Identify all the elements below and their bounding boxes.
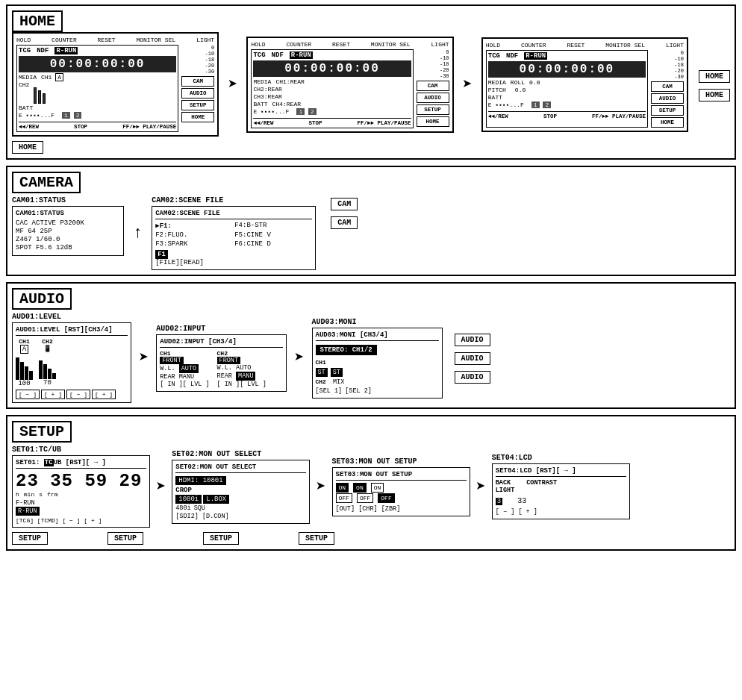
counter-btn-2[interactable]: COUNTER (286, 41, 311, 48)
counter-btn-1[interactable]: COUNTER (52, 37, 77, 43)
ch1-plus-btn[interactable]: [ + ] (41, 390, 65, 399)
ff-btn-3[interactable]: FF/►► PLAY/PAUSE (592, 113, 646, 119)
ch1-minus-btn[interactable]: [ − ] (16, 390, 40, 399)
setup-btn-2[interactable]: SETUP (417, 104, 449, 115)
file-f5[interactable]: F5:CINE V (234, 231, 312, 239)
cam-btn-1[interactable]: CAM (181, 76, 214, 87)
set03-wrapper: SET03:MON OUT SETUP SET03:MON OUT SETUP … (332, 457, 470, 516)
rew-btn-3[interactable]: ◄◄/REW (488, 113, 508, 119)
zbr-btn[interactable]: [ZBR] (381, 505, 401, 513)
file-f6[interactable]: F6:CINE D (234, 240, 312, 248)
minus-btn[interactable]: [ − ] (62, 517, 80, 524)
out-btn[interactable]: [OUT] (336, 505, 355, 513)
counter-btn-3[interactable]: COUNTER (521, 42, 546, 49)
ff-btn-1[interactable]: FF/►► PLAY/PAUSE (122, 124, 176, 130)
cam-buttons-col: CAM CAM (331, 196, 358, 270)
stop-btn-1[interactable]: STOP (74, 124, 87, 130)
480i-opt[interactable]: 480i (175, 504, 190, 512)
file-f4[interactable]: F4:B-STR (234, 222, 312, 230)
1080i-opt[interactable]: 1080i (175, 495, 202, 504)
monsel-btn-1[interactable]: MONITOR SEL (136, 37, 175, 43)
hold-btn-3[interactable]: HOLD (486, 42, 500, 49)
home-label-btn-2[interactable]: HOME (699, 70, 730, 83)
file-f2[interactable]: F2:FLUO. (155, 231, 233, 239)
file-f3[interactable]: F3:SPARK (155, 240, 233, 248)
home-btn-3[interactable]: HOME (651, 117, 684, 128)
aud02-ch2-controls[interactable]: [ IN ][ LVL ] (217, 381, 266, 388)
off1[interactable]: OFF (336, 493, 352, 503)
aud02-ch1-controls[interactable]: [ IN ][ LVL ] (160, 381, 209, 388)
aud02-wrapper: AUD02:INPUT AUD02:INPUT [CH3/4] CH1 FRON… (156, 325, 287, 392)
aud02-outer-title: AUD02:INPUT (156, 325, 287, 333)
audio-btn-3[interactable]: AUDIO (651, 93, 684, 104)
aud02-ch2-rear: REAR MANU (217, 372, 266, 381)
squ-opt[interactable]: SQU (194, 504, 205, 512)
file-f1[interactable]: ▶F1: (155, 222, 233, 230)
aud02-ch2-wl: W.L. AUTO (217, 364, 266, 372)
home-btn-2[interactable]: HOME (417, 116, 449, 127)
on2[interactable]: ON (353, 483, 367, 493)
light-btn-2[interactable]: LIGHT (431, 41, 449, 48)
e-level-3: E ▪▪▪▪...F (488, 101, 524, 108)
reset-btn-2[interactable]: RESET (332, 41, 350, 48)
cam-btn-2[interactable]: CAM (417, 81, 449, 91)
lcd-plus-btn[interactable]: [ + ] (518, 508, 537, 516)
lcd-minus-btn[interactable]: [ − ] (496, 508, 515, 516)
stop-btn-2[interactable]: STOP (308, 120, 322, 126)
sel1-btn[interactable]: [SEL 1] (316, 387, 343, 395)
audio-third-btn[interactable]: AUDIO (455, 371, 490, 384)
on3[interactable]: ON (371, 483, 384, 493)
hold-btn-2[interactable]: HOLD (251, 41, 265, 48)
setup-btn-3[interactable]: SETUP (651, 105, 684, 116)
setup-btn-4[interactable]: SETUP (299, 532, 334, 545)
setup-section: SETUP SET01:TC/UB SET01: TCUB [RST][ → ]… (6, 415, 736, 551)
reset-btn-1[interactable]: RESET (98, 37, 116, 43)
setup-btn-2[interactable]: SETUP (107, 532, 143, 545)
sel2-btn[interactable]: [SEL 2] (345, 387, 372, 395)
audio-btn-2[interactable]: AUDIO (417, 93, 449, 103)
plus-btn[interactable]: [ + ] (84, 517, 102, 524)
ch2-minus-btn[interactable]: [ − ] (66, 390, 90, 399)
monsel-btn-2[interactable]: MONITOR SEL (371, 41, 411, 48)
hold-btn-1[interactable]: HOLD (16, 37, 31, 43)
lbox-opt[interactable]: L.BOX (203, 495, 229, 504)
ch2-label: CH2 (42, 338, 52, 345)
tcg-btn[interactable]: [TCG] (16, 517, 34, 524)
cam-btn-main[interactable]: CAM (331, 198, 358, 210)
cam-btn-secondary[interactable]: CAM (331, 216, 358, 229)
light-btn-1[interactable]: LIGHT (196, 37, 214, 43)
setup-btn-3[interactable]: SETUP (203, 532, 239, 545)
reset-btn-3[interactable]: RESET (567, 42, 584, 49)
aud03-ch2-row: CH2 MIX (316, 378, 439, 386)
light-btn-3[interactable]: LIGHT (666, 42, 684, 49)
chr-btn[interactable]: [CHR] (358, 505, 378, 513)
cam-up-arrow: ↑ (133, 196, 143, 270)
monsel-btn-3[interactable]: MONITOR SEL (605, 42, 645, 49)
on1[interactable]: ON (336, 483, 349, 493)
back-light-label: BACKLIGHT (496, 479, 515, 494)
off3[interactable]: OFF (378, 493, 394, 503)
rew-btn-1[interactable]: ◄◄/REW (19, 124, 39, 130)
dev3-left: TCG NDF R-RUN 00:00:00:00 MEDIA ROLL 0.0… (486, 50, 648, 128)
audio-btn-1[interactable]: AUDIO (181, 88, 214, 99)
audio-main-btn[interactable]: AUDIO (455, 334, 490, 346)
ch2-plus-btn[interactable]: [ + ] (92, 390, 116, 399)
audio-sec-btn[interactable]: AUDIO (455, 352, 490, 365)
home-label-btn-1[interactable]: HOME (12, 141, 43, 154)
file-controls[interactable]: [FILE][READ] (155, 259, 204, 266)
sdi2-opt[interactable]: [SDI2] (175, 513, 199, 520)
min-label: min (24, 491, 34, 498)
setup-btn-1[interactable]: SETUP (181, 100, 214, 110)
batt-label-2: BATT (253, 101, 267, 107)
rew-btn-2[interactable]: ◄◄/REW (253, 120, 273, 126)
setup-btn-main[interactable]: SETUP (12, 532, 48, 545)
ff-btn-2[interactable]: FF/►► PLAY/PAUSE (358, 120, 411, 126)
home-label-btn-3[interactable]: HOME (699, 89, 730, 101)
off2[interactable]: OFF (357, 493, 373, 503)
dcon-opt[interactable]: [D.CON] (202, 513, 229, 520)
cam-btn-3[interactable]: CAM (651, 81, 684, 92)
selected-file: F1 (155, 250, 168, 259)
tcmd-btn[interactable]: [TCMD] (37, 517, 59, 524)
home-btn-1[interactable]: HOME (181, 112, 214, 122)
stop-btn-3[interactable]: STOP (543, 113, 557, 119)
